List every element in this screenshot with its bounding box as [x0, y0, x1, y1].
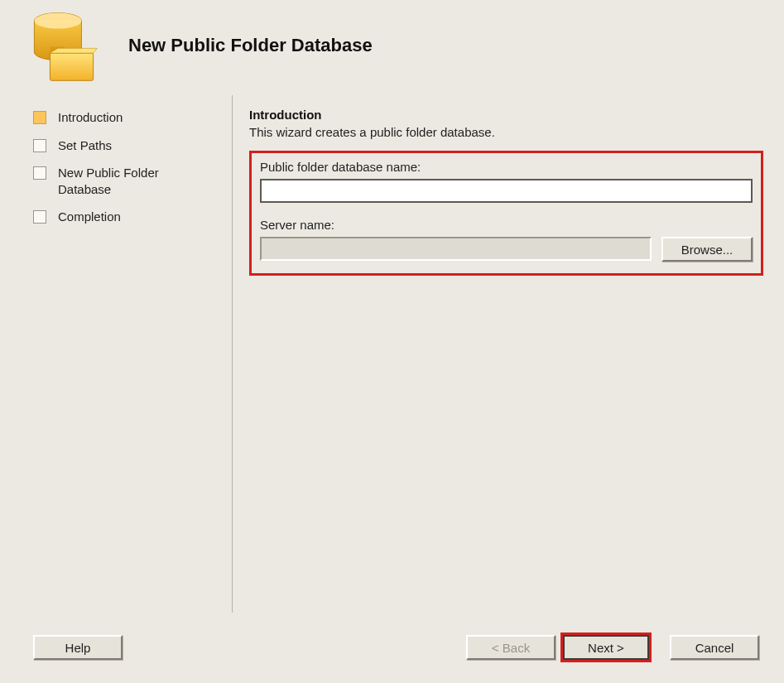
step-set-paths: Set Paths: [33, 137, 232, 154]
step-indicator-icon: [33, 210, 46, 224]
sidebar: Introduction Set Paths New Public Folder…: [0, 91, 232, 621]
footer: Help < Back Next > Cancel: [0, 632, 784, 662]
step-indicator-icon: [33, 111, 46, 124]
highlighted-fields: Public folder database name: Server name…: [249, 151, 763, 276]
section-title: Introduction: [249, 108, 763, 122]
dialog-title: New Public Folder Database: [128, 35, 373, 56]
svg-rect-2: [50, 53, 93, 80]
next-highlight: Next >: [560, 632, 652, 662]
svg-point-1: [34, 12, 81, 28]
step-indicator-icon: [33, 139, 46, 152]
step-label: New Public Folder Database: [58, 165, 190, 197]
section-description: This wizard creates a public folder data…: [249, 125, 763, 139]
step-introduction: Introduction: [33, 109, 232, 126]
wizard-dialog: New Public Folder Database Introduction …: [0, 0, 784, 683]
main-panel: Introduction This wizard creates a publi…: [233, 91, 784, 621]
browse-button[interactable]: Browse...: [661, 237, 753, 262]
db-name-label: Public folder database name:: [260, 160, 753, 174]
step-label: Set Paths: [58, 137, 112, 154]
server-name-input[interactable]: [260, 237, 652, 261]
back-button[interactable]: < Back: [466, 635, 556, 660]
cancel-button[interactable]: Cancel: [670, 635, 759, 660]
step-label: Completion: [58, 209, 121, 225]
server-name-label: Server name:: [260, 218, 753, 232]
next-button[interactable]: Next >: [563, 635, 649, 660]
database-folder-icon: [25, 7, 103, 85]
body: Introduction Set Paths New Public Folder…: [0, 91, 784, 621]
step-new-public-folder-database: New Public Folder Database: [33, 165, 232, 197]
server-row: Browse...: [260, 237, 753, 262]
header: New Public Folder Database: [0, 0, 784, 91]
help-button[interactable]: Help: [33, 635, 123, 660]
step-label: Introduction: [58, 109, 123, 126]
step-completion: Completion: [33, 209, 232, 225]
db-name-input[interactable]: [260, 179, 753, 203]
step-indicator-icon: [33, 166, 46, 180]
